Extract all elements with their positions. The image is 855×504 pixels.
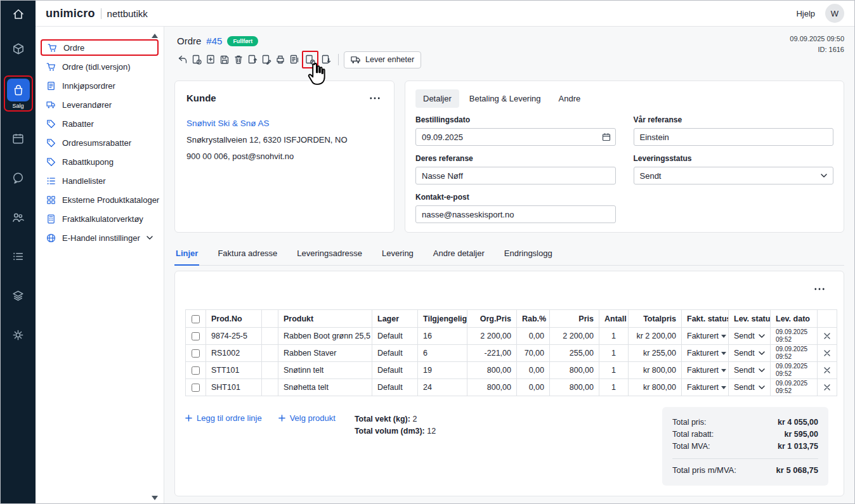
lev-status-select[interactable]: Sendt xyxy=(729,328,771,345)
cell-totalpris: kr 255,00 xyxy=(629,345,682,362)
contacts-nav-button[interactable] xyxy=(6,204,31,229)
sidebar-item-label: Ordresumsrabatter xyxy=(62,138,131,148)
tab-levering[interactable]: Levering xyxy=(381,249,415,265)
fakt-status-dropdown[interactable]: Fakturert xyxy=(682,328,729,345)
sidebar-item-label: Fraktkalkulatorverktøy xyxy=(62,214,143,224)
new-order-button[interactable] xyxy=(204,52,218,67)
tab-betaling-levering[interactable]: Betaling & Levering xyxy=(462,89,549,108)
row-checkbox[interactable] xyxy=(192,349,200,358)
chevron-down-icon xyxy=(759,351,765,355)
edit-order-button[interactable] xyxy=(259,52,273,67)
tab-detaljer[interactable]: Detaljer xyxy=(415,89,459,108)
calendar-nav-button[interactable] xyxy=(6,126,31,151)
cell-thumbnail xyxy=(262,345,278,362)
tab-linjer[interactable]: Linjer xyxy=(174,249,199,266)
row-checkbox[interactable] xyxy=(192,366,200,375)
sidebar-item-rabatter[interactable]: Rabatter xyxy=(41,115,159,132)
caret-down-icon xyxy=(721,352,726,355)
deliver-units-button[interactable]: Lever enheter xyxy=(344,51,421,68)
tasks-nav-button[interactable] xyxy=(6,243,31,269)
tab-andre-detaljer[interactable]: Andre detaljer xyxy=(432,249,486,265)
sidebar-scroll-up-icon[interactable] xyxy=(152,34,158,38)
delivery-status-select[interactable]: Sendt xyxy=(634,167,834,184)
our-reference-field[interactable] xyxy=(634,128,834,146)
truck-icon xyxy=(351,56,361,64)
order-section-tabs: Linjer Faktura adresse Leveringsadresse … xyxy=(174,249,844,266)
home-nav-button[interactable] xyxy=(1,1,36,27)
home-icon xyxy=(12,8,25,20)
tab-andre[interactable]: Andre xyxy=(551,89,589,108)
sidebar-item-eksterne-produktkataloger[interactable]: Eksterne Produktkataloger xyxy=(41,191,159,208)
sidebar-item-ordresumsrabatter[interactable]: Ordresumsrabatter xyxy=(41,134,159,151)
settings-nav-button[interactable] xyxy=(6,322,31,347)
order-number-link[interactable]: #45 xyxy=(206,36,222,46)
sidebar-item-ehandel-innstillinger[interactable]: E-Handel innstillinger xyxy=(41,229,159,246)
fakt-status-dropdown[interactable]: Fakturert xyxy=(682,362,729,379)
support-nav-button[interactable] xyxy=(6,165,31,190)
modules-nav-button[interactable] xyxy=(6,283,31,308)
invoice-document-icon xyxy=(289,54,300,65)
cell-lev-dato: 09.09.202509:52 xyxy=(771,362,818,379)
choose-product-button[interactable]: Velg produkt xyxy=(278,413,336,423)
their-reference-field[interactable] xyxy=(415,167,616,184)
lev-status-select[interactable]: Sendt xyxy=(729,379,771,396)
people-icon xyxy=(11,210,25,224)
document-icon xyxy=(46,81,56,91)
add-order-line-button[interactable]: Legg til ordre linje xyxy=(185,413,262,423)
select-all-checkbox[interactable] xyxy=(192,315,200,323)
sidebar-item-fraktkalkulatorverktoy[interactable]: Fraktkalkulatorverktøy xyxy=(41,210,159,227)
lev-status-select[interactable]: Sendt xyxy=(729,345,771,362)
shopping-bag-icon xyxy=(12,84,25,96)
sales-nav-button-highlighted[interactable]: Salg xyxy=(4,75,33,112)
tab-leveringsadresse[interactable]: Leveringsadresse xyxy=(296,249,363,265)
cell-prod-no: STT101 xyxy=(206,362,262,379)
customer-more-button[interactable] xyxy=(367,94,382,102)
user-avatar[interactable]: W xyxy=(825,4,844,23)
sidebar-item-ordre-tidl-versjon[interactable]: Ordre (tidl.versjon) xyxy=(41,58,159,75)
transfer-order-button[interactable] xyxy=(245,52,259,67)
tab-endringslogg[interactable]: Endringslogg xyxy=(503,249,554,265)
cell-thumbnail xyxy=(262,362,278,379)
remove-line-button[interactable] xyxy=(823,367,832,373)
customer-card: Kunde Snøhvit Ski & Snø AS Snøkrystallve… xyxy=(174,81,395,233)
customer-name-link[interactable]: Snøhvit Ski & Snø AS xyxy=(186,119,382,128)
contact-email-field[interactable] xyxy=(415,205,616,223)
undo-button[interactable] xyxy=(176,52,190,67)
lev-status-select[interactable]: Sendt xyxy=(729,362,771,379)
calendar-picker-icon[interactable] xyxy=(602,132,611,141)
print-button[interactable] xyxy=(273,52,287,67)
row-checkbox[interactable] xyxy=(192,332,200,340)
save-icon xyxy=(219,54,230,65)
grand-total-value: kr 5 068,75 xyxy=(776,465,818,475)
cell-rab: 70,00 xyxy=(517,345,550,362)
fakt-status-dropdown[interactable]: Fakturert xyxy=(682,379,729,396)
col-lev-status: Lev. status xyxy=(729,310,771,328)
sidebar-item-ordre[interactable]: Ordre xyxy=(41,39,159,56)
tab-faktura-adresse[interactable]: Faktura adresse xyxy=(216,249,278,265)
sidebar-item-label: Rabattkupong xyxy=(62,157,114,167)
sidebar-item-leverandorer[interactable]: Leverandører xyxy=(41,96,159,113)
sidebar-scroll-down-icon[interactable] xyxy=(152,496,158,500)
order-toolbar: Lever enheter xyxy=(176,51,421,68)
order-date-field[interactable] xyxy=(415,128,616,146)
products-nav-button[interactable] xyxy=(6,36,31,61)
page-title: Ordre xyxy=(177,36,201,46)
calculator-icon xyxy=(46,214,56,224)
fakt-status-dropdown[interactable]: Fakturert xyxy=(682,345,729,362)
remove-line-button[interactable] xyxy=(823,350,832,356)
remove-line-button[interactable] xyxy=(823,384,832,391)
sidebar-item-innkjopsordrer[interactable]: Innkjøpsordrer xyxy=(41,77,159,94)
help-link[interactable]: Hjelp xyxy=(796,9,815,18)
lines-more-button[interactable] xyxy=(812,285,827,293)
order-datetime: 09.09.2025 09:50 xyxy=(790,34,844,44)
col-lev-dato: Lev. dato xyxy=(771,310,818,328)
order-id: ID: 1616 xyxy=(790,44,844,55)
invoice-button[interactable] xyxy=(287,52,301,67)
sidebar-item-rabattkupong[interactable]: Rabattkupong xyxy=(41,153,159,170)
delete-button[interactable] xyxy=(232,52,245,67)
copy-order-button[interactable] xyxy=(190,52,204,67)
sidebar-item-handlelister[interactable]: Handlelister xyxy=(41,172,159,189)
row-checkbox[interactable] xyxy=(192,384,200,392)
save-button[interactable] xyxy=(218,52,232,67)
remove-line-button[interactable] xyxy=(823,333,832,339)
